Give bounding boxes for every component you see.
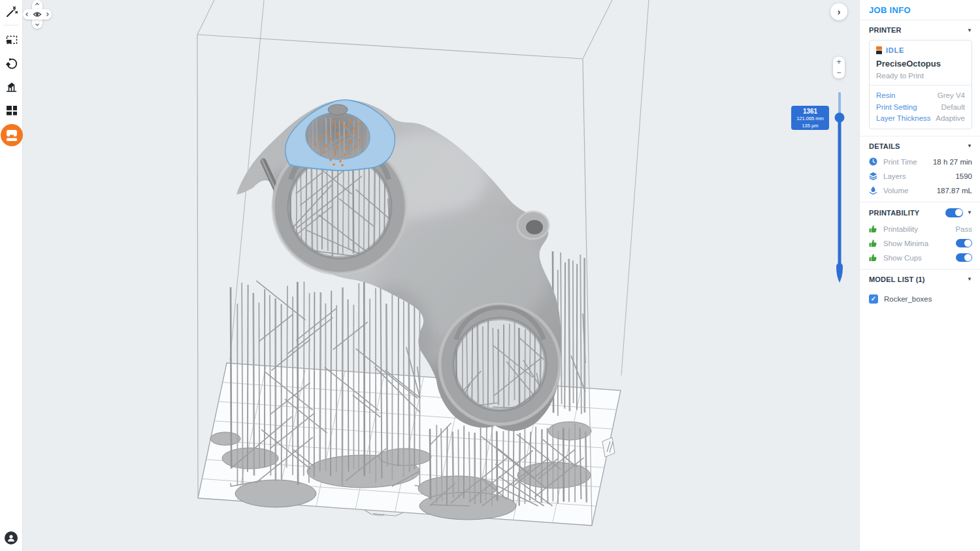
printer-state: Ready to Print bbox=[876, 72, 965, 80]
show-minima-toggle[interactable] bbox=[956, 239, 972, 247]
tooltip-layer-number: 1361 bbox=[791, 108, 829, 115]
layout-tool-button[interactable] bbox=[0, 99, 23, 122]
layer-slider-handle[interactable] bbox=[835, 113, 845, 123]
print-time-row: Print Time 18 h 27 min bbox=[860, 155, 980, 169]
preform-app: FRONT bbox=[0, 0, 980, 551]
layers-icon bbox=[869, 172, 877, 180]
print-setting-value: Default bbox=[941, 102, 965, 114]
show-minima-label: Show Minima bbox=[883, 239, 956, 248]
printer-status-icon bbox=[876, 46, 882, 54]
view-navigation-pad[interactable] bbox=[23, 0, 52, 29]
chevron-down-icon[interactable]: ▼ bbox=[967, 27, 972, 33]
printer-status: IDLE bbox=[876, 46, 965, 54]
chevron-down-icon[interactable]: ▼ bbox=[967, 143, 972, 149]
resin-value: Grey V4 bbox=[938, 90, 965, 102]
job-info-title: JOB INFO bbox=[860, 0, 980, 20]
model-boss bbox=[517, 212, 549, 239]
selection-icon bbox=[5, 33, 18, 46]
toolbar bbox=[0, 0, 23, 551]
zoom-control: + − bbox=[833, 57, 845, 78]
viewport-3d[interactable]: FRONT bbox=[23, 0, 859, 551]
tooltip-layer-height: 121.065 mm bbox=[791, 115, 829, 122]
right-ring-opening bbox=[440, 304, 560, 424]
print-setting-row: Print Setting Default bbox=[876, 102, 965, 114]
volume-label: Volume bbox=[883, 186, 937, 195]
resin-row: Resin Grey V4 bbox=[876, 90, 965, 102]
toolbar-divider bbox=[3, 25, 19, 25]
printability-label: Printability bbox=[883, 225, 955, 234]
layer-thickness-row: Layer Thickness Adaptive bbox=[876, 113, 965, 125]
resin-link[interactable]: Resin bbox=[876, 90, 895, 102]
model-name: Rocker_boxes bbox=[884, 295, 932, 303]
printability-section-label: PRINTABILITY bbox=[869, 209, 919, 217]
print-setting-link[interactable]: Print Setting bbox=[876, 102, 917, 114]
volume-value: 187.87 mL bbox=[937, 186, 972, 195]
tooltip-layer-thickness: 135 µm bbox=[791, 122, 829, 129]
print-button[interactable] bbox=[1, 124, 23, 146]
chevron-down-icon[interactable]: ▼ bbox=[967, 210, 972, 215]
pan-down-icon bbox=[36, 24, 39, 26]
eye-icon bbox=[34, 12, 41, 16]
platform-front-label: FRONT bbox=[373, 512, 385, 517]
printability-master-toggle[interactable] bbox=[945, 208, 963, 217]
rotate-icon bbox=[5, 57, 18, 70]
layout-icon bbox=[5, 104, 18, 117]
scene-canvas[interactable]: FRONT bbox=[23, 0, 859, 551]
printability-row: Printability Pass bbox=[860, 222, 980, 236]
layer-thickness-value: Adaptive bbox=[936, 113, 965, 125]
account-button[interactable] bbox=[5, 531, 18, 544]
clock-icon bbox=[869, 157, 877, 166]
model-list-section-header[interactable]: MODEL LIST (1) ▼ bbox=[860, 270, 980, 288]
layer-thickness-link[interactable]: Layer Thickness bbox=[876, 113, 931, 125]
printer-name: PreciseOctopus bbox=[876, 59, 965, 69]
thumbs-up-icon bbox=[869, 239, 877, 247]
user-icon bbox=[7, 533, 16, 543]
layers-value: 1590 bbox=[955, 172, 972, 181]
layers-label: Layers bbox=[883, 172, 955, 181]
show-cups-row: Show Cups bbox=[860, 251, 980, 265]
printer-icon bbox=[7, 130, 17, 141]
printer-section-label: PRINTER bbox=[869, 26, 902, 34]
magic-wand-icon bbox=[5, 5, 18, 18]
chevron-right-icon: › bbox=[838, 7, 841, 17]
model-checkbox[interactable]: ✓ bbox=[869, 294, 878, 304]
zoom-in-button[interactable]: + bbox=[836, 58, 841, 66]
pan-left-icon bbox=[26, 13, 28, 16]
printability-section-header[interactable]: PRINTABILITY ▼ bbox=[860, 202, 980, 222]
zoom-out-button[interactable]: − bbox=[836, 69, 841, 76]
show-cups-toggle[interactable] bbox=[956, 253, 972, 262]
one-click-print-button[interactable] bbox=[0, 0, 23, 24]
printer-status-text: IDLE bbox=[886, 46, 904, 54]
size-tool-button[interactable] bbox=[0, 28, 23, 52]
details-section-label: DETAILS bbox=[869, 142, 900, 150]
print-time-value: 18 h 27 min bbox=[933, 157, 972, 166]
printability-value: Pass bbox=[955, 225, 972, 234]
pan-right-icon bbox=[47, 13, 49, 16]
pan-up-icon bbox=[36, 3, 39, 5]
print-time-label: Print Time bbox=[883, 157, 933, 166]
card-divider bbox=[870, 85, 972, 86]
model-list-item[interactable]: ✓ Rocker_boxes bbox=[860, 288, 980, 306]
volume-icon bbox=[869, 186, 877, 195]
printer-card[interactable]: IDLE PreciseOctopus Ready to Print Resin… bbox=[869, 40, 972, 129]
printer-section-header[interactable]: PRINTER ▼ bbox=[860, 20, 980, 39]
layers-row: Layers 1590 bbox=[860, 169, 980, 183]
show-minima-row: Show Minima bbox=[860, 236, 980, 251]
supports-icon bbox=[5, 80, 18, 93]
thumbs-up-icon bbox=[869, 225, 877, 233]
supports-tool-button[interactable] bbox=[0, 75, 23, 99]
collapse-panel-button[interactable]: › bbox=[830, 3, 847, 20]
slice-top-hole bbox=[328, 104, 348, 115]
volume-row: Volume 187.87 mL bbox=[860, 183, 980, 198]
thumbs-up-icon bbox=[869, 253, 877, 262]
layer-slider-tooltip: 1361 121.065 mm 135 µm bbox=[791, 106, 829, 130]
details-section-header[interactable]: DETAILS ▼ bbox=[860, 136, 980, 155]
chevron-down-icon[interactable]: ▼ bbox=[967, 276, 972, 282]
orient-tool-button[interactable] bbox=[0, 52, 23, 75]
support-lattice-right bbox=[430, 423, 587, 506]
show-cups-label: Show Cups bbox=[883, 253, 956, 262]
layer-slider[interactable] bbox=[835, 93, 845, 283]
model-list-section-label: MODEL LIST (1) bbox=[869, 276, 925, 283]
job-info-panel: JOB INFO PRINTER ▼ IDLE PreciseOctopus R… bbox=[859, 0, 980, 551]
